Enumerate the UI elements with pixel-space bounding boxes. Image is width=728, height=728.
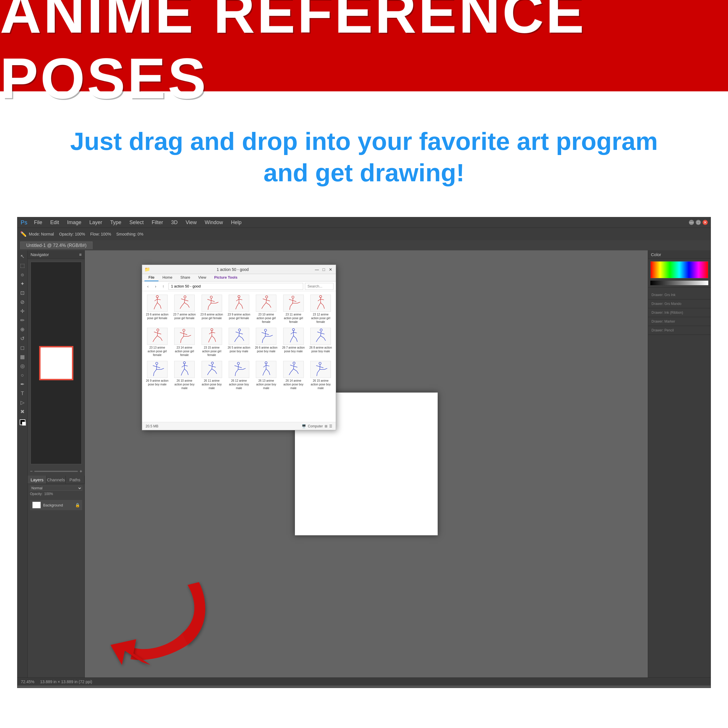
zoom-plus-icon[interactable]: + (80, 469, 82, 474)
file-name: 23 15 anime action pose girl female (200, 346, 223, 357)
fe-address-input[interactable] (168, 283, 303, 290)
file-item[interactable]: 26 6 anime action pose boy male (254, 327, 279, 358)
file-item[interactable]: 23 8 anime action pose girl female (199, 294, 225, 325)
fe-grid-view-icon[interactable]: ⊞ (324, 424, 327, 428)
file-item[interactable]: 26 11 anime action pose boy male (199, 360, 225, 391)
file-item[interactable]: 26 15 anime action pose boy male (308, 360, 333, 391)
file-name: 26 14 anime action pose boy male (282, 379, 305, 390)
tool-clone[interactable]: ⊕ (19, 326, 26, 333)
tool-history-brush[interactable]: ↺ (19, 335, 26, 342)
file-item[interactable]: 26 5 anime action pose boy male (226, 327, 251, 358)
ribbon-tab-view[interactable]: View (194, 274, 210, 281)
tool-eraser[interactable]: ◻ (19, 344, 26, 352)
ps-maximize-btn[interactable]: □ (696, 220, 701, 225)
menu-help[interactable]: Help (227, 219, 246, 227)
zoom-slider[interactable] (34, 471, 78, 472)
tool-move[interactable]: ↖ (19, 253, 26, 260)
file-item[interactable]: 23 9 anime action pose girl female (226, 294, 251, 325)
file-item[interactable]: 23 14 anime action pose girl female (171, 327, 197, 358)
svg-line-148 (264, 369, 266, 373)
svg-line-62 (153, 339, 154, 342)
file-item[interactable]: 26 8 anime action pose boy male (308, 327, 333, 358)
file-explorer-window: 📁 1 action 50 - good — □ ✕ File Home (142, 265, 336, 430)
fe-minimize-btn[interactable]: — (314, 267, 320, 272)
fe-maximize-btn[interactable]: □ (321, 267, 327, 272)
fe-forward-btn[interactable]: › (152, 283, 159, 290)
ribbon-tab-file[interactable]: File (144, 274, 158, 281)
zoom-minus-icon[interactable]: − (30, 469, 32, 474)
svg-line-31 (242, 306, 243, 309)
file-name: 23 7 anime action pose girl female (173, 313, 196, 320)
file-item[interactable]: 26 10 anime action pose boy male (171, 360, 197, 391)
tool-brush[interactable]: ✏ (19, 317, 26, 324)
fe-titlebar: 📁 1 action 50 - good — □ ✕ (142, 265, 336, 274)
layer-blend-mode[interactable]: Normal (30, 486, 82, 491)
navigator-options[interactable]: ≡ (79, 252, 82, 257)
file-item[interactable]: 26 13 anime action pose boy male (254, 360, 279, 391)
fe-nav-buttons: ‹ › ↑ (144, 283, 167, 290)
fe-search-input[interactable] (305, 283, 333, 290)
svg-point-128 (211, 362, 214, 364)
tool-magic-wand[interactable]: ✦ (19, 280, 26, 288)
file-name: 23 14 anime action pose girl female (173, 346, 196, 357)
file-item[interactable]: 23 15 anime action pose girl female (199, 327, 225, 358)
ps-minimize-btn[interactable]: — (689, 220, 694, 225)
file-item[interactable]: 23 11 anime action pose girl female (281, 294, 306, 325)
menu-type[interactable]: Type (106, 219, 125, 227)
file-item[interactable]: 23 7 anime action pose girl female (171, 294, 197, 325)
tool-shape[interactable]: ✖ (19, 408, 26, 415)
tab-layers[interactable]: Layers (28, 476, 46, 483)
photoshop-window: Ps File Edit Image Layer Type Select Fil… (17, 217, 711, 688)
tool-eyedrop[interactable]: ⊘ (19, 298, 26, 306)
fe-close-btn[interactable]: ✕ (328, 267, 333, 272)
ps-document-tab[interactable]: Untitled-1 @ 72.4% (RGB/8#) (20, 242, 92, 249)
menu-file[interactable]: File (30, 219, 46, 227)
file-item[interactable]: 23 6 anime action pose girl female (144, 294, 170, 325)
layer-background[interactable]: Background 🔒 (30, 500, 82, 510)
tool-pen[interactable]: ✒ (19, 381, 26, 388)
ribbon-tab-picture-tools[interactable]: Picture Tools (210, 274, 241, 281)
file-item[interactable]: 26 9 anime action pose boy male (144, 360, 170, 391)
file-item[interactable]: 26 12 anime action pose boy male (226, 360, 251, 391)
file-thumbnail (283, 361, 304, 378)
svg-line-131 (212, 366, 216, 367)
tool-select[interactable]: ⬚ (19, 262, 26, 269)
menu-layer[interactable]: Layer (86, 219, 106, 227)
file-item[interactable]: 26 7 anime action pose boy male (281, 327, 306, 358)
tool-lasso[interactable]: ⌾ (19, 271, 26, 278)
tool-dodge[interactable]: ○ (19, 372, 26, 379)
menu-window[interactable]: Window (201, 219, 227, 227)
ribbon-tab-home[interactable]: Home (158, 274, 176, 281)
file-item[interactable]: 26 14 anime action pose boy male (281, 360, 306, 391)
ps-close-btn[interactable]: ✕ (703, 220, 708, 225)
menu-3d[interactable]: 3D (167, 219, 182, 227)
tool-heal[interactable]: ✛ (19, 307, 26, 315)
svg-line-155 (294, 366, 297, 367)
menu-filter[interactable]: Filter (148, 219, 167, 227)
menu-view[interactable]: View (182, 219, 201, 227)
file-item[interactable]: 23 13 anime action pose girl female (144, 327, 170, 358)
svg-line-30 (236, 307, 237, 309)
picture-tools-label: Picture Tools (214, 275, 237, 280)
svg-line-138 (235, 366, 239, 367)
svg-point-56 (157, 329, 159, 331)
file-item[interactable]: 23 12 anime action pose girl female (308, 294, 333, 325)
file-item[interactable]: 23 10 anime action pose girl female (254, 294, 279, 325)
svg-point-160 (319, 362, 321, 365)
svg-point-32 (266, 296, 268, 298)
fe-back-btn[interactable]: ‹ (144, 283, 151, 290)
ribbon-tab-share[interactable]: Share (176, 274, 194, 281)
tab-channels[interactable]: Channels (46, 476, 66, 483)
tool-blur[interactable]: ◎ (19, 362, 26, 370)
tool-gradient[interactable]: ▦ (19, 353, 26, 361)
svg-line-158 (289, 372, 291, 375)
fe-up-btn[interactable]: ↑ (160, 283, 167, 290)
fe-list-view-icon[interactable]: ☰ (329, 424, 332, 428)
menu-edit[interactable]: Edit (46, 219, 63, 227)
tool-crop[interactable]: ⊡ (19, 289, 26, 297)
menu-image[interactable]: Image (63, 219, 86, 227)
tool-path[interactable]: ▷ (19, 399, 26, 406)
tab-paths[interactable]: Paths (66, 476, 84, 483)
tool-text[interactable]: T (19, 390, 26, 397)
menu-select[interactable]: Select (125, 219, 148, 227)
